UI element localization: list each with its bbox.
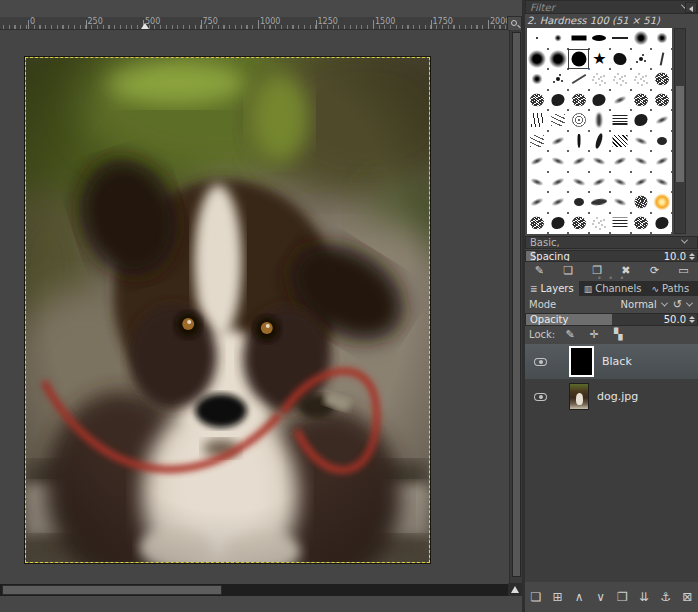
brush-item-texture[interactable]: [631, 90, 652, 111]
brush-item-fuzzy-xs[interactable]: [548, 28, 569, 49]
brush-item-hatch[interactable]: [610, 131, 631, 152]
brush-item-blob[interactable]: [548, 213, 569, 234]
mode-dropdown[interactable]: Normal: [621, 299, 657, 310]
image-layer-boundary[interactable]: [25, 57, 430, 563]
chevron-down-icon[interactable]: [686, 299, 693, 306]
brush-item-smudge[interactable]: [589, 172, 610, 193]
brush-item-smudge[interactable]: [527, 192, 548, 213]
top-ruler[interactable]: 0250500750100012501500175020002250: [0, 17, 508, 30]
brush-item-smudge2[interactable]: [568, 172, 589, 193]
layer-name[interactable]: Black: [602, 355, 632, 368]
brush-item-smudge[interactable]: [610, 90, 631, 111]
brush-item-glow[interactable]: [651, 192, 672, 213]
chevron-down-icon[interactable]: [661, 299, 668, 306]
mode-reset-button[interactable]: ↺: [673, 298, 682, 311]
brush-item-fuzzy-l[interactable]: [548, 49, 569, 70]
layer-list[interactable]: Blackdog.jpg: [525, 344, 698, 582]
lock-position-icon[interactable]: ✛: [587, 329, 601, 340]
tab-layers[interactable]: ≣Layers: [525, 281, 579, 296]
brush-item-grass[interactable]: [527, 110, 548, 131]
brush-item-chalk[interactable]: [610, 49, 631, 70]
open-brush-as-image-icon[interactable]: ▭: [677, 265, 691, 276]
brush-item-dab[interactable]: [568, 192, 589, 213]
brush-item-sketch[interactable]: [527, 131, 548, 152]
brush-item-fluff[interactable]: [568, 110, 589, 131]
brush-item-texture[interactable]: [631, 213, 652, 234]
brush-item-texture[interactable]: [527, 90, 548, 111]
brush-item-blob[interactable]: [631, 110, 652, 131]
refresh-brushes-icon[interactable]: ⟳: [648, 265, 662, 276]
brush-item-dots[interactable]: [589, 213, 610, 234]
brush-item-smudge[interactable]: [651, 110, 672, 131]
vertical-scrollbar-thumb[interactable]: [512, 32, 521, 577]
tab-channels[interactable]: ▥Channels: [579, 281, 647, 296]
visibility-eye-icon[interactable]: [534, 358, 547, 366]
brush-item-fuzzy-s[interactable]: [527, 69, 548, 90]
merge-down-icon[interactable]: ⇊: [637, 591, 651, 603]
brush-item-ellipse[interactable]: [589, 28, 610, 49]
opacity-slider[interactable]: Opacity 50.0: [525, 313, 698, 326]
brush-item-dots[interactable]: [631, 69, 652, 90]
brush-item-solid-sel[interactable]: [568, 49, 589, 70]
zoom-follow-window-button[interactable]: [507, 16, 522, 31]
brush-item-bar[interactable]: [568, 28, 589, 49]
new-layer-icon[interactable]: ❏: [529, 591, 543, 603]
brush-grid-scrollbar[interactable]: [674, 28, 686, 234]
spacing-slider[interactable]: Spacing 10.0: [525, 250, 698, 262]
brush-item-smudge[interactable]: [610, 151, 631, 172]
layer-name[interactable]: dog.jpg: [597, 390, 638, 403]
lower-layer-icon[interactable]: ∨: [594, 591, 608, 603]
brush-item-smear-v[interactable]: [589, 110, 610, 131]
chevron-down-icon[interactable]: [681, 237, 688, 244]
brush-item-smudge2[interactable]: [631, 131, 652, 152]
brush-item-blob[interactable]: [548, 90, 569, 111]
brush-item-texture[interactable]: [527, 213, 548, 234]
brush-item-smudge[interactable]: [527, 151, 548, 172]
brush-item-fuzzy-s[interactable]: [651, 28, 672, 49]
brush-item-smudge2[interactable]: [548, 151, 569, 172]
layer-thumbnail[interactable]: [569, 383, 589, 410]
brush-item-fuzzy-l[interactable]: [527, 49, 548, 70]
brush-item-texture[interactable]: [568, 90, 589, 111]
brush-item-stroke[interactable]: [568, 69, 589, 90]
duplicate-layer-icon[interactable]: ❐: [615, 591, 629, 603]
brush-item-smudge2[interactable]: [610, 172, 631, 193]
spacing-spinner[interactable]: [687, 251, 696, 261]
brush-item-texture[interactable]: [651, 90, 672, 111]
anchor-layer-icon[interactable]: ⚓: [659, 591, 673, 603]
new-brush-icon[interactable]: ❏: [561, 265, 575, 276]
layer-row-black[interactable]: Black: [525, 344, 698, 379]
brush-item-star[interactable]: [589, 49, 610, 70]
layer-row-dog-jpg[interactable]: dog.jpg: [525, 379, 698, 414]
brush-item-blob[interactable]: [589, 90, 610, 111]
brush-item-lines[interactable]: [610, 213, 631, 234]
raise-layer-icon[interactable]: ∧: [572, 591, 586, 603]
brush-item-dot[interactable]: [527, 28, 548, 49]
brush-item-smear-w[interactable]: [589, 192, 610, 213]
brush-item-smudge2[interactable]: [651, 172, 672, 193]
brush-item-drip[interactable]: [568, 131, 589, 152]
brush-item-smudge2[interactable]: [631, 151, 652, 172]
brush-item-smudge2[interactable]: [610, 192, 631, 213]
brush-item-fuzzy-m[interactable]: [631, 28, 652, 49]
brush-grid[interactable]: [527, 28, 672, 234]
brush-item-smudge[interactable]: [548, 192, 569, 213]
brush-item-splat[interactable]: [548, 69, 569, 90]
visibility-eye-icon[interactable]: [534, 393, 547, 401]
horizontal-scrollbar-thumb[interactable]: [2, 585, 222, 595]
brush-item-texture[interactable]: [568, 213, 589, 234]
brush-item-smudge[interactable]: [631, 172, 652, 193]
brush-item-line[interactable]: [610, 28, 631, 49]
brush-filter-input[interactable]: Filter: [525, 0, 698, 14]
brush-item-smudge[interactable]: [651, 151, 672, 172]
brush-item-dots[interactable]: [589, 69, 610, 90]
brush-item-scribble[interactable]: [631, 192, 652, 213]
brush-item-blob[interactable]: [651, 213, 672, 234]
brush-item-dots[interactable]: [610, 69, 631, 90]
brush-item-smudge[interactable]: [568, 151, 589, 172]
brush-item-texture[interactable]: [651, 69, 672, 90]
new-layer-group-icon[interactable]: ⊞: [550, 591, 564, 603]
delete-layer-icon[interactable]: ⊠: [680, 591, 694, 603]
brush-item-sketch[interactable]: [548, 110, 569, 131]
edit-brush-icon[interactable]: ✎: [532, 265, 546, 276]
